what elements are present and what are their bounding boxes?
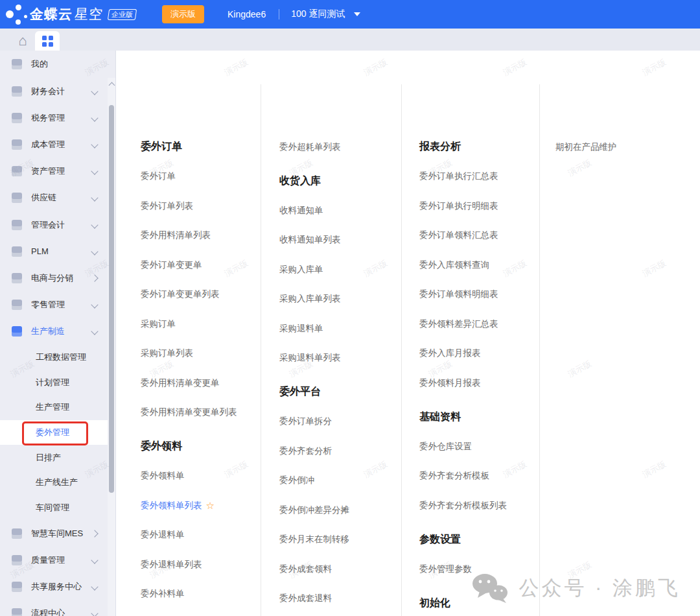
tab-menu-active[interactable] bbox=[35, 31, 60, 51]
menu-section-heading: 收货入库 bbox=[279, 167, 409, 196]
menu-item[interactable]: 收料通知单列表 bbox=[279, 226, 409, 255]
menu-item-label: 委外管理参数 bbox=[419, 563, 472, 575]
brand-text: 金蝶云 星空 bbox=[29, 5, 104, 23]
menu-item[interactable]: 委外订单领料明细表 bbox=[419, 280, 549, 310]
menu-item[interactable]: 期初在产品维护 bbox=[555, 132, 685, 162]
menu-item[interactable]: 委外领料单 bbox=[141, 462, 270, 492]
menu-item[interactable]: 采购入库单列表 bbox=[279, 285, 409, 314]
grid-icon bbox=[42, 36, 53, 47]
menu-item[interactable]: 采购订单列表 bbox=[141, 339, 270, 369]
menu-item-label: 委外月末在制转移 bbox=[279, 534, 349, 545]
menu-item[interactable]: 委外订单变更单 bbox=[141, 250, 270, 280]
menu-item[interactable]: 委外订单执行明细表 bbox=[419, 191, 549, 221]
sidebar-item[interactable]: 资产管理 bbox=[0, 158, 108, 185]
menu-item[interactable]: 委外倒冲差异分摊 bbox=[279, 495, 409, 525]
menu-item[interactable]: 委外成套领料 bbox=[279, 554, 409, 584]
caret-down-icon[interactable] bbox=[354, 12, 360, 16]
menu-item-label: 收料通知单列表 bbox=[279, 234, 341, 246]
menu-item[interactable]: 委外用料清单变更单列表 bbox=[141, 398, 270, 428]
menu-item[interactable]: 委外退料单列表 bbox=[141, 550, 270, 580]
menu-item[interactable]: 委外超耗单列表 bbox=[279, 132, 409, 162]
menu-item-label: 委外订单执行明细表 bbox=[419, 200, 498, 212]
menu-item[interactable]: 委外领料差异汇总表 bbox=[419, 309, 549, 339]
sidebar-item-label: 委外管理 bbox=[36, 427, 108, 438]
menu-item[interactable]: 委外齐套分析模板 bbox=[419, 462, 549, 492]
menu-item[interactable]: 委外订单执行汇总表 bbox=[419, 162, 549, 192]
sidebar-item-label: 税务管理 bbox=[31, 112, 83, 124]
tab-home[interactable]: ⌂ bbox=[10, 31, 35, 51]
scrollbar-up-arrow-icon[interactable] bbox=[108, 82, 115, 89]
sidebar-item[interactable]: 税务管理 bbox=[0, 104, 108, 131]
menu-item[interactable]: 委外领料月报表 bbox=[419, 368, 549, 398]
menu-item[interactable]: 委外订单列表 bbox=[141, 191, 270, 221]
menu-section-heading: 委外平台 bbox=[279, 377, 409, 407]
menu-item[interactable]: 委外成套退料 bbox=[279, 584, 409, 614]
menu-item[interactable]: 委外退料单 bbox=[141, 521, 270, 551]
menu-column-4: 期初在产品维护 bbox=[555, 51, 685, 162]
menu-item-label: 委外订单领料明细表 bbox=[419, 289, 498, 300]
menu-item[interactable]: 委外用料清单变更单 bbox=[141, 368, 270, 398]
sidebar-item[interactable]: 生产线生产 bbox=[0, 470, 108, 495]
menu-item[interactable]: 委外补料单列表 bbox=[141, 609, 270, 616]
org-selector[interactable]: 100 逐同测试 bbox=[291, 8, 345, 20]
menu-item[interactable]: 委外齐套分析 bbox=[279, 436, 409, 466]
menu-item[interactable]: 委外订单领料汇总表 bbox=[419, 221, 549, 251]
chevron-down-icon bbox=[91, 328, 98, 335]
menu-item[interactable]: 委外倒冲 bbox=[279, 466, 409, 496]
finance-icon bbox=[12, 86, 22, 97]
menu-item[interactable]: 委外齐套分析模板列表 bbox=[419, 491, 549, 521]
username: Kingdee6 bbox=[228, 9, 266, 19]
sidebar-item[interactable]: PLM bbox=[0, 238, 108, 265]
menu-item[interactable]: 委外成套补料 bbox=[279, 613, 409, 616]
sidebar-item[interactable]: 工程数据管理 bbox=[0, 345, 108, 370]
sidebar-item[interactable]: 质量管理 bbox=[0, 547, 108, 573]
menu-item[interactable]: 收料通知单 bbox=[279, 196, 409, 226]
menu-item[interactable]: 委外领料单列表☆ bbox=[141, 491, 270, 521]
menu-item[interactable]: 委外订单拆分 bbox=[279, 407, 409, 437]
menu-item[interactable]: 委外仓库设置 bbox=[419, 432, 549, 462]
menu-section-heading: 报表分析 bbox=[419, 132, 549, 162]
menu-item[interactable]: 委外月末在制转移 bbox=[279, 525, 409, 555]
retail-icon bbox=[12, 300, 22, 310]
scrollbar-thumb[interactable] bbox=[109, 105, 114, 493]
sidebar-item[interactable]: 智慧车间MES bbox=[0, 520, 108, 547]
sidebar-item[interactable]: 供应链 bbox=[0, 185, 108, 211]
demo-version-badge[interactable]: 演示版 bbox=[162, 5, 204, 23]
sidebar-item[interactable]: 车间管理 bbox=[0, 495, 108, 520]
sidebar-scrollbar[interactable] bbox=[108, 78, 115, 616]
menu-item[interactable]: 采购订单 bbox=[141, 309, 270, 339]
menu-item[interactable]: 委外管理参数 bbox=[419, 554, 549, 584]
menu-item[interactable]: 采购退料单 bbox=[279, 314, 409, 344]
menu-item[interactable]: 委外入库领料查询 bbox=[419, 250, 549, 280]
menu-item-label: 委外领料差异汇总表 bbox=[419, 318, 498, 330]
sidebar-item-my[interactable]: 我的 bbox=[0, 51, 115, 78]
menu-item[interactable]: 采购退料单列表 bbox=[279, 344, 409, 373]
menu-item-label: 委外订单执行汇总表 bbox=[419, 171, 498, 182]
sidebar-item[interactable]: 流程中心 bbox=[0, 600, 108, 616]
sidebar-item[interactable]: 生产管理 bbox=[0, 395, 108, 420]
menu-item[interactable]: 委外用料清单列表 bbox=[141, 221, 270, 251]
sidebar-item[interactable]: 共享服务中心 bbox=[0, 573, 108, 600]
kingdee-logo-icon bbox=[3, 1, 29, 27]
sidebar-item[interactable]: 生产制造 bbox=[0, 318, 108, 345]
menu-item[interactable]: 委外订单变更单列表 bbox=[141, 280, 270, 310]
sidebar-item-label: 电商与分销 bbox=[31, 272, 83, 284]
menu-item[interactable]: 委外订单 bbox=[141, 162, 270, 192]
sidebar-item[interactable]: 计划管理 bbox=[0, 370, 108, 395]
app-header: 金蝶云 星空 企业版 演示版 Kingdee6 100 逐同测试 bbox=[0, 0, 700, 29]
menu-item-label: 期初在产品维护 bbox=[555, 141, 617, 153]
sidebar-item[interactable]: 零售管理 bbox=[0, 292, 108, 318]
menu-item-label: 采购订单 bbox=[141, 318, 176, 330]
sidebar-item[interactable]: 日排产 bbox=[0, 445, 108, 470]
sidebar-item[interactable]: 管理会计 bbox=[0, 211, 108, 238]
favorite-star-icon[interactable]: ☆ bbox=[206, 500, 215, 512]
sidebar-item-selected[interactable]: 委外管理 bbox=[0, 420, 108, 445]
sidebar-item[interactable]: 成本管理 bbox=[0, 131, 108, 158]
menu-item[interactable]: 采购入库单 bbox=[279, 255, 409, 285]
sidebar-item[interactable]: 电商与分销 bbox=[0, 265, 108, 291]
menu-item[interactable]: 委外入库月报表 bbox=[419, 339, 549, 369]
menu-item-label: 采购退料单 bbox=[279, 323, 323, 335]
menu-item[interactable]: 委外补料单 bbox=[141, 580, 270, 610]
sidebar-item[interactable]: 财务会计 bbox=[0, 78, 108, 104]
chevron-down-icon bbox=[91, 195, 98, 202]
